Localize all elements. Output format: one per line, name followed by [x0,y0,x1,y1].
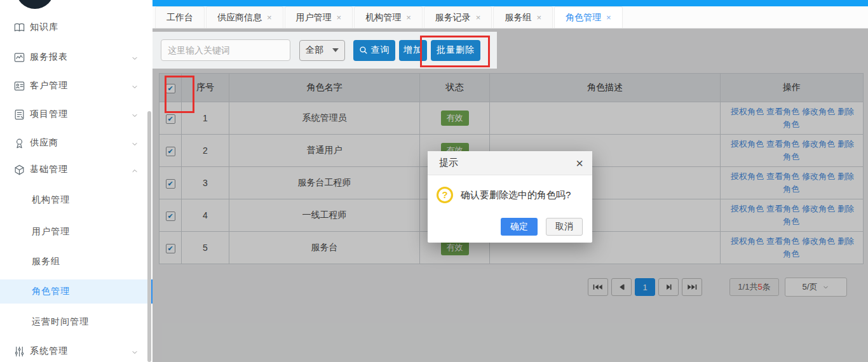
main-area: 工作台 供应商信息 × 用户管理 × 机构管理 × 服务记录 × 服务组 × [153,0,868,362]
book-icon [13,21,25,34]
sidebar-item-customer-mgmt[interactable]: 客户管理 [0,74,153,98]
sidebar-subitem-org-mgmt[interactable]: 机构管理 [0,188,153,212]
close-icon[interactable]: × [267,13,272,22]
sidebar-item-label: 基础管理 [30,164,68,175]
modal-overlay [153,29,497,32]
sidebar-item-label: 项目管理 [30,109,68,120]
sidebar-scrollbar[interactable] [147,111,151,362]
confirm-dialog: 提示 × ? 确认要删除选中的角色吗? 确定 取消 [428,151,592,243]
sidebar-item-label: 客户管理 [30,80,68,91]
chevron-down-icon [131,347,139,355]
tab-label: 服务组 [505,12,531,23]
supplier-medal-icon [13,137,25,149]
close-icon[interactable]: × [576,157,583,170]
chevron-down-icon [131,111,139,118]
chevron-down-icon [131,82,139,90]
sidebar-subitem-role-mgmt[interactable]: 角色管理 [0,279,153,304]
sidebar-subitem-label: 用户管理 [32,226,70,238]
sidebar-item-label: 知识库 [30,22,58,33]
tab-label: 机构管理 [365,12,401,23]
customer-card-icon [13,79,25,92]
chevron-down-icon [332,48,339,52]
close-icon[interactable]: × [406,13,411,22]
batch-delete-button[interactable]: 批量删除 [431,40,480,61]
sidebar: 知识库 服务报表 客户管理 项目管理 [0,0,153,362]
sidebar-item-basic-mgmt[interactable]: 基础管理 [0,158,153,182]
batch-delete-button-label: 批量删除 [437,44,475,56]
tab-label: 用户管理 [296,12,332,23]
chevron-down-icon [131,139,139,147]
close-icon[interactable]: × [536,13,541,22]
tab-service-record[interactable]: 服务记录 × [424,6,492,28]
sidebar-subitem-label: 服务组 [32,256,60,267]
question-mark-icon: ? [437,187,453,203]
toolbar: 全部 查询 增加 批量删除 [153,32,497,69]
confirm-button[interactable]: 确定 [501,218,538,236]
dialog-body: ? 确认要删除选中的角色吗? [428,175,592,203]
sidebar-item-project-mgmt[interactable]: 项目管理 [0,102,153,126]
tab-workbench[interactable]: 工作台 [155,6,205,28]
tab-label: 工作台 [166,12,193,23]
sidebar-subitem-operating-time-mgmt[interactable]: 运营时间管理 [0,310,153,334]
search-button[interactable]: 查询 [353,40,395,61]
tab-user-mgmt[interactable]: 用户管理 × [285,6,353,28]
sliders-icon [13,345,25,358]
tab-org-mgmt[interactable]: 机构管理 × [354,6,423,28]
dialog-title: 提示 [439,157,458,169]
filter-select-value: 全部 [306,44,323,56]
tab-supplier-info[interactable]: 供应商信息 × [206,6,283,28]
close-icon[interactable]: × [606,13,611,22]
close-icon[interactable]: × [337,13,342,22]
tab-service-group[interactable]: 服务组 × [493,6,553,28]
sidebar-item-system-mgmt[interactable]: 系统管理 [0,339,153,362]
tab-bar: 工作台 供应商信息 × 用户管理 × 机构管理 × 服务记录 × 服务组 × [153,6,868,29]
search-button-label: 查询 [371,44,390,56]
sidebar-item-label: 供应商 [30,137,58,149]
sidebar-subitem-label: 机构管理 [32,194,70,206]
sidebar-item-label: 系统管理 [30,345,68,357]
search-icon [359,46,368,55]
sidebar-item-service-report[interactable]: 服务报表 [0,45,153,69]
search-input[interactable] [161,39,290,61]
top-accent-bar [153,0,868,6]
sidebar-subitem-label: 角色管理 [32,286,70,297]
report-chart-icon [13,51,25,64]
sidebar-item-knowledge-base[interactable]: 知识库 [0,15,153,39]
tab-label: 供应商信息 [217,12,262,23]
project-doc-icon [13,108,25,121]
add-button-label: 增加 [403,44,423,56]
dialog-message: 确认要删除选中的角色吗? [461,189,571,201]
cancel-button[interactable]: 取消 [546,218,583,236]
tab-label: 服务记录 [435,12,471,23]
chevron-up-icon [131,166,139,173]
filter-select[interactable]: 全部 [299,40,345,61]
sidebar-subitem-label: 运营时间管理 [32,316,89,328]
close-icon[interactable]: × [476,13,481,22]
sidebar-subitem-service-group[interactable]: 服务组 [0,250,153,274]
add-button[interactable]: 增加 [399,40,427,61]
tab-role-mgmt[interactable]: 角色管理 × [554,6,623,28]
sidebar-item-label: 服务报表 [30,51,68,63]
cube-icon [13,163,25,176]
dialog-footer: 确定 取消 [501,218,583,236]
dialog-header: 提示 × [428,151,592,175]
sidebar-item-supplier[interactable]: 供应商 [0,131,153,155]
chevron-down-icon [131,53,139,61]
modal-overlay [497,29,868,69]
tab-label: 角色管理 [566,12,601,23]
app-screen: 知识库 服务报表 客户管理 项目管理 [0,0,868,362]
sidebar-subitem-user-mgmt[interactable]: 用户管理 [0,220,153,244]
app-logo [16,0,54,9]
